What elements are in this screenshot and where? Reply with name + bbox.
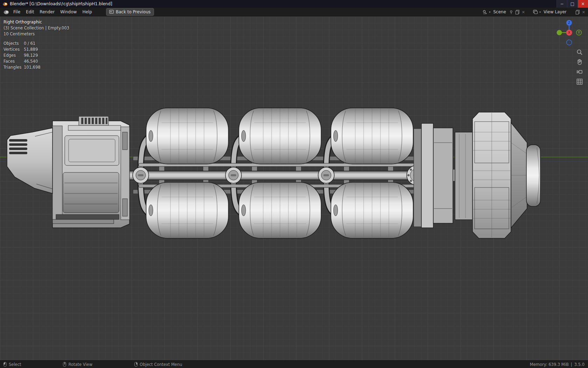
status-rotate-hint: Rotate View [63,362,92,367]
menu-help[interactable]: Help [79,8,94,15]
memory-usage: Memory: 639.3 MiB [530,362,569,367]
ship-nose[interactable] [7,128,52,193]
pin-icon[interactable] [509,9,514,15]
statusbar: Select Rotate View Object Context Menu M… [0,360,588,368]
gizmo-x-axis[interactable]: X [568,31,570,34]
scene-selector[interactable]: Scene [492,9,507,14]
viewport-overlay: Right Orthographic (3) Scene Collection … [4,19,69,70]
minimize-button[interactable]: − [556,0,567,8]
fuel-tank[interactable] [331,182,413,238]
window-title: Blender* [G:\Downloads\!cg\shipH\shipH1.… [10,1,556,6]
fuel-tank[interactable] [239,108,321,164]
zoom-icon[interactable] [576,49,583,56]
middle-mouse-icon [63,362,66,367]
engine-nozzle[interactable] [526,145,540,206]
blender-version: 3.5.0 [574,362,584,367]
right-mouse-icon [134,362,138,367]
menu-render[interactable]: Render [37,8,57,15]
view-layer-icon[interactable] [533,9,538,15]
maximize-button[interactable]: □ [567,0,578,8]
status-context-menu-hint: Object Context Menu [134,362,182,367]
menu-file[interactable]: File [10,8,23,15]
fuel-tank[interactable] [146,182,229,238]
ship-model[interactable] [0,16,588,360]
camera-view-icon[interactable] [576,68,583,75]
blender-logo-icon [2,1,8,6]
left-mouse-icon [4,362,7,367]
remove-view-layer-icon[interactable]: × [581,10,586,14]
status-select-hint: Select [4,362,21,367]
ortho-grid-icon[interactable] [576,78,583,85]
topbar: File Edit Render Window Help Back to Pre… [0,8,588,16]
gizmo-y-axis[interactable]: Y [578,31,580,34]
back-icon [109,9,114,14]
gizmo-y-neg-axis[interactable] [557,30,562,35]
unlink-scene-icon[interactable]: × [521,10,526,14]
view-navigation-gizmo[interactable]: Z X Y [554,19,584,47]
status-divider: | [571,362,572,367]
gizmo-z-neg-axis[interactable] [567,40,572,45]
view-name: Right Orthographic [4,19,69,25]
ship-hull[interactable] [52,116,130,228]
scene-statistics: Objects0 / 61 Vertices51,889 Edges98,129… [4,41,69,70]
window-titlebar: Blender* [G:\Downloads\!cg\shipH\shipH1.… [0,0,588,8]
view-layer-dropdown-chevron-icon[interactable]: ▾ [539,11,541,14]
grid-scale: 10 Centimeters [4,31,69,37]
back-to-previous-button[interactable]: Back to Previous [106,8,154,16]
fuel-tank[interactable] [239,182,321,238]
truss-spine[interactable] [129,171,426,180]
scene-browse-icon[interactable] [482,9,488,15]
3d-viewport[interactable]: Right Orthographic (3) Scene Collection … [0,16,588,360]
new-scene-icon[interactable] [515,9,520,15]
menu-edit[interactable]: Edit [23,8,37,15]
view-layer-selector[interactable]: View Layer [542,9,568,14]
move-view-hand-icon[interactable] [576,59,583,66]
fuel-tank[interactable] [331,108,413,164]
viewport-controls [576,49,583,85]
fuel-tank[interactable] [146,108,229,164]
active-collection: (3) Scene Collection | Empty.003 [4,25,69,31]
gizmo-z-axis[interactable]: Z [568,21,570,25]
engine-block[interactable] [455,112,540,238]
blender-app-icon[interactable] [3,9,9,15]
close-button[interactable]: × [578,0,588,8]
scene-dropdown-chevron-icon[interactable]: ▾ [489,11,490,14]
menu-window[interactable]: Window [57,8,79,15]
new-view-layer-icon[interactable] [575,9,580,15]
